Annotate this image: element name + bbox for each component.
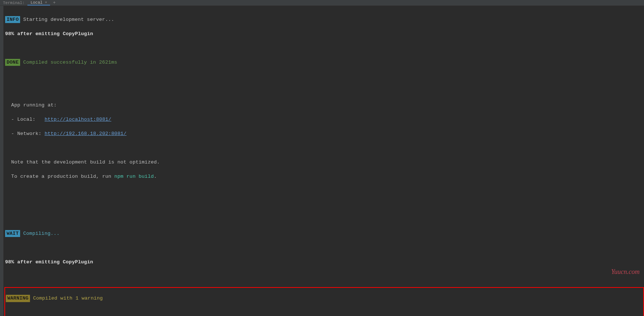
network-label: - Network: bbox=[5, 131, 45, 136]
terminal-output[interactable]: INFO Starting development server... 98% … bbox=[0, 6, 644, 316]
local-label: - Local: bbox=[5, 117, 45, 122]
terminal-label: Terminal: bbox=[0, 1, 27, 5]
add-tab-button[interactable]: + bbox=[50, 0, 58, 5]
app-running-label: App running at: bbox=[5, 102, 644, 109]
terminal-tab-local[interactable]: Local × bbox=[27, 0, 50, 5]
warning-text: Compiled with 1 warning bbox=[30, 296, 103, 301]
tab-label: Local bbox=[30, 0, 42, 5]
network-url-link[interactable]: http://192.168.18.202:8081/ bbox=[45, 131, 126, 136]
note-line-2c: . bbox=[154, 174, 157, 179]
wait-text: Compiling... bbox=[20, 231, 60, 236]
left-gutter bbox=[0, 6, 4, 316]
terminal-tab-bar: Terminal: Local × + bbox=[0, 0, 644, 6]
done-badge: DONE bbox=[5, 59, 20, 66]
warning-badge: WARNING bbox=[6, 295, 30, 302]
progress-text-2: 98% after emitting CopyPlugin bbox=[5, 259, 644, 266]
local-url-link[interactable]: http://localhost:8081/ bbox=[45, 117, 111, 122]
close-icon[interactable]: × bbox=[45, 0, 47, 5]
note-line-1: Note that the development build is not o… bbox=[5, 159, 644, 166]
info-badge: INFO bbox=[5, 16, 20, 23]
progress-text: 98% after emitting CopyPlugin bbox=[5, 30, 644, 38]
wait-badge: WAIT bbox=[5, 230, 20, 237]
info-text: Starting development server... bbox=[20, 17, 114, 22]
warning-highlight-box: WARNING Compiled with 1 warning warning … bbox=[4, 287, 644, 316]
note-line-2a: To create a production build, run bbox=[5, 174, 114, 179]
watermark: Yuucn.com bbox=[611, 268, 640, 276]
done-text: Compiled successfully in 2621ms bbox=[20, 60, 117, 65]
npm-command: npm run build bbox=[114, 174, 154, 179]
